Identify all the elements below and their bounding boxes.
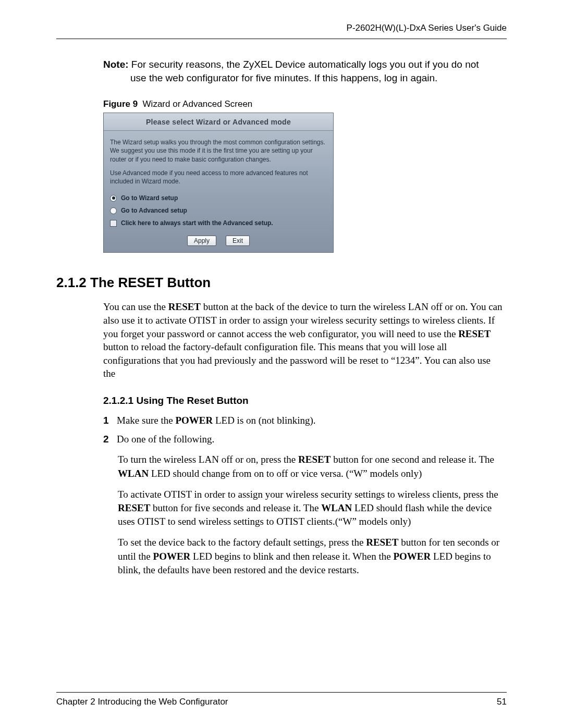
text: LED begins to blink and then release it.… bbox=[190, 551, 393, 562]
step2-detail-a: To turn the wireless LAN off or on, pres… bbox=[118, 453, 503, 480]
reset-bold: RESET bbox=[118, 502, 150, 513]
step2-detail-b: To activate OTIST in order to assign you… bbox=[118, 488, 503, 529]
step2-detail-c: To set the device back to the factory de… bbox=[118, 536, 503, 577]
text: To set the device back to the factory de… bbox=[118, 537, 366, 548]
option-wizard-label: Go to Wizard setup bbox=[121, 194, 178, 202]
figure-label: Figure 9 bbox=[103, 99, 138, 109]
dialog-body: The Wizard setup walks you through the m… bbox=[104, 131, 333, 192]
step-1-text: Make sure the POWER LED is on (not blink… bbox=[117, 414, 316, 427]
figure-title: Wizard or Advanced Screen bbox=[143, 99, 253, 109]
page-footer: Chapter 2 Introducing the Web Configurat… bbox=[56, 692, 507, 707]
header-rule bbox=[56, 39, 507, 39]
page-number: 51 bbox=[497, 697, 507, 707]
section-paragraph: You can use the RESET button at the back… bbox=[103, 300, 503, 380]
footer-left: Chapter 2 Introducing the Web Configurat… bbox=[56, 697, 228, 707]
wlan-bold: WLAN bbox=[321, 502, 352, 513]
radio-selected-icon bbox=[110, 195, 117, 202]
radio-unselected-icon bbox=[110, 207, 117, 214]
step-2-text: Do one of the following. bbox=[117, 433, 214, 446]
text: LED should change from on to off or vice… bbox=[149, 468, 422, 479]
option-advanced-label: Go to Advanced setup bbox=[121, 207, 187, 214]
step-number: 1 bbox=[103, 414, 112, 427]
note-line1: For security reasons, the ZyXEL Device a… bbox=[129, 59, 479, 70]
option-wizard[interactable]: Go to Wizard setup bbox=[104, 192, 333, 204]
power-bold: POWER bbox=[153, 551, 191, 562]
wlan-bold: WLAN bbox=[118, 468, 149, 479]
note-block: Note: For security reasons, the ZyXEL De… bbox=[103, 58, 501, 84]
option-always-label: Click here to always start with the Adva… bbox=[121, 219, 273, 227]
text: button for five seconds and release it. … bbox=[150, 502, 321, 513]
text: LED is on (not blinking). bbox=[213, 415, 315, 426]
dialog-buttons: Apply Exit bbox=[104, 229, 333, 252]
dialog-para-1: The Wizard setup walks you through the m… bbox=[110, 138, 327, 164]
step-number: 2 bbox=[103, 433, 112, 446]
reset-bold: RESET bbox=[366, 537, 398, 548]
wizard-dialog: Please select Wizard or Advanced mode Th… bbox=[103, 113, 334, 253]
subsection-heading: 2.1.2.1 Using The Reset Button bbox=[103, 395, 507, 406]
step-2: 2 Do one of the following. bbox=[103, 433, 503, 446]
text: button to reload the factory-default con… bbox=[103, 341, 491, 379]
step-1: 1 Make sure the POWER LED is on (not bli… bbox=[103, 414, 503, 427]
text: You can use the bbox=[103, 301, 168, 312]
checkbox-icon bbox=[110, 220, 117, 227]
note-label: Note: bbox=[103, 59, 129, 70]
text: button for one second and release it. Th… bbox=[331, 454, 494, 465]
page: P-2602H(W)(L)-DxA Series User's Guide No… bbox=[0, 0, 563, 728]
power-bold: POWER bbox=[175, 415, 213, 426]
footer-rule bbox=[56, 692, 507, 693]
reset-bold: RESET bbox=[298, 454, 331, 465]
text: To activate OTIST in order to assign you… bbox=[118, 489, 498, 500]
reset-bold: RESET bbox=[168, 301, 201, 312]
text: Make sure the bbox=[117, 415, 175, 426]
section-heading: 2.1.2 The RESET Button bbox=[56, 275, 507, 291]
power-bold: POWER bbox=[393, 551, 431, 562]
apply-button[interactable]: Apply bbox=[187, 236, 216, 246]
text: To turn the wireless LAN off or on, pres… bbox=[118, 454, 298, 465]
figure-caption: Figure 9 Wizard or Advanced Screen bbox=[103, 99, 507, 109]
note-line2: use the web configurator for five minute… bbox=[103, 71, 501, 85]
dialog-para-2: Use Advanced mode if you need access to … bbox=[110, 169, 327, 186]
option-advanced[interactable]: Go to Advanced setup bbox=[104, 204, 333, 217]
running-header: P-2602H(W)(L)-DxA Series User's Guide bbox=[56, 23, 507, 38]
reset-bold: RESET bbox=[458, 328, 491, 339]
exit-button[interactable]: Exit bbox=[226, 236, 250, 246]
option-always-advanced[interactable]: Click here to always start with the Adva… bbox=[104, 217, 333, 229]
dialog-title: Please select Wizard or Advanced mode bbox=[104, 113, 333, 131]
